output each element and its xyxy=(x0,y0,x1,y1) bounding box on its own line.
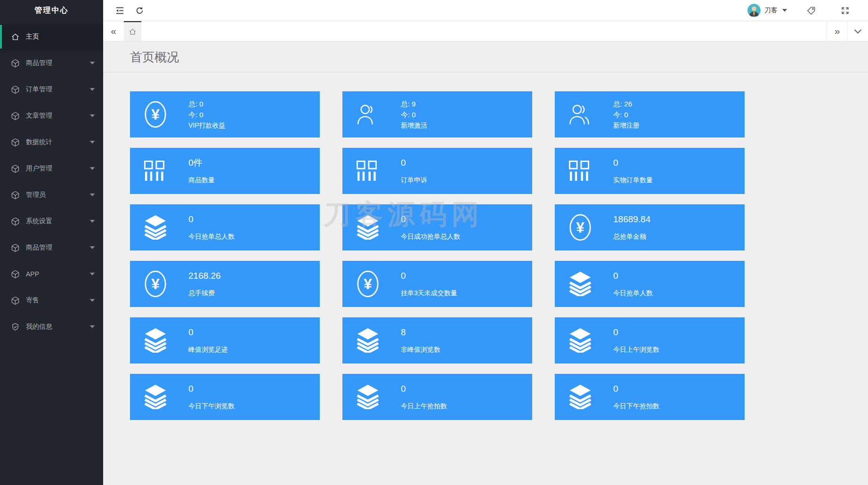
user-icon xyxy=(357,103,377,126)
page-title: 首页概况 xyxy=(130,49,179,65)
stat-label: 今日下午抢拍数 xyxy=(613,402,659,411)
stat-total-line: 总: 0 xyxy=(188,98,226,109)
stat-card: ¥ xyxy=(342,91,532,137)
sidebar-item[interactable]: 主页 xyxy=(0,24,103,50)
stat-value: 0件 xyxy=(188,158,215,168)
tab-bar-right-group: » xyxy=(827,21,868,41)
stat-today-line: 今: 0 xyxy=(401,109,427,120)
stat-value: 0 xyxy=(613,384,659,394)
users-icon xyxy=(569,103,590,126)
stat-total-line: 总: 26 xyxy=(613,98,640,109)
cube-icon xyxy=(11,296,20,305)
layers-icon xyxy=(357,385,379,409)
collapse-sidebar-button[interactable] xyxy=(110,0,130,21)
layers-icon xyxy=(144,215,167,240)
admin-dashboard: 管理中心 主页 xyxy=(0,0,868,485)
sidebar-item[interactable]: 寄售 xyxy=(0,287,103,314)
stat-label: 今日抢单人数 xyxy=(613,289,653,298)
stat-label: 今日上午抢拍数 xyxy=(401,402,447,411)
tabs-scroll-right-button[interactable]: » xyxy=(827,21,847,41)
fullscreen-button[interactable] xyxy=(835,0,855,21)
stat-today-line: 今: 0 xyxy=(613,109,640,120)
refresh-button[interactable] xyxy=(130,0,149,21)
stat-label: 今日下午浏览数 xyxy=(188,402,235,411)
stat-card: ¥ xyxy=(342,204,532,251)
chevron-down-icon xyxy=(782,9,787,12)
chevron-down-icon xyxy=(90,114,95,117)
tabs-scroll-left-button[interactable]: « xyxy=(103,21,124,41)
stat-label: 今日上午浏览数 xyxy=(613,346,659,354)
sidebar-item-label: 数据统计 xyxy=(26,138,90,146)
cube-icon xyxy=(11,112,20,121)
sidebar-item-label: 主页 xyxy=(26,32,90,41)
stat-label: 实物订单数量 xyxy=(613,176,653,185)
sidebar-item-label: APP xyxy=(26,270,90,278)
sidebar-menu: 主页 商品管理 xyxy=(0,24,103,340)
theme-tag-button[interactable] xyxy=(801,0,821,21)
layers-icon xyxy=(569,272,592,296)
stat-label: 峰值浏览足迹 xyxy=(188,346,228,354)
sidebar-item-label: 我的信息 xyxy=(26,323,90,331)
cube-icon xyxy=(11,59,20,68)
stat-card: ¥ xyxy=(342,317,532,364)
sidebar-item-label: 系统设置 xyxy=(26,217,90,226)
sidebar-item[interactable]: 文章管理 xyxy=(0,103,103,129)
tag-icon xyxy=(806,6,816,16)
cube-icon xyxy=(11,270,20,279)
layers-icon xyxy=(357,215,379,240)
stat-value: 0 xyxy=(188,327,228,338)
sidebar-item[interactable]: 商品管理 xyxy=(0,234,103,261)
top-toolbar: 刀客 xyxy=(103,0,868,21)
stat-label: 今日抢单总人数 xyxy=(188,233,235,241)
cube-icon xyxy=(11,217,20,226)
stat-label: VIP打款收益 xyxy=(188,120,226,131)
chevron-down-icon xyxy=(90,273,95,275)
layers-icon xyxy=(569,385,592,409)
chevron-down-icon xyxy=(90,141,95,144)
stat-card: ¥ xyxy=(130,148,320,194)
stat-today-line: 今: 0 xyxy=(188,109,226,120)
sidebar-item[interactable]: 我的信息 xyxy=(0,314,103,340)
refresh-icon xyxy=(135,6,144,15)
tabs-menu-button[interactable] xyxy=(847,21,868,41)
sidebar-item[interactable]: APP xyxy=(0,261,103,287)
menu-fold-icon xyxy=(115,6,125,16)
stat-card: ¥ xyxy=(555,374,745,420)
stat-card: ¥ xyxy=(342,261,532,307)
sidebar-item-label: 寄售 xyxy=(26,296,90,305)
stat-value: 0 xyxy=(613,158,653,168)
stat-label: 挂单3天未成交数量 xyxy=(401,289,457,298)
stat-card: ¥ xyxy=(130,374,320,420)
layers-icon xyxy=(144,385,167,409)
stat-value: 0 xyxy=(188,214,235,225)
svg-text:¥: ¥ xyxy=(151,276,160,292)
stat-value: 0 xyxy=(401,214,460,225)
stat-value: 0 xyxy=(613,271,653,281)
sidebar-item[interactable]: 管理员 xyxy=(0,182,103,208)
user-menu[interactable]: 刀客 xyxy=(747,4,787,17)
stat-value: 0 xyxy=(401,271,457,281)
chevron-down-icon xyxy=(90,299,95,302)
cube-icon xyxy=(11,191,20,200)
sidebar-item[interactable]: 系统设置 xyxy=(0,208,103,234)
grid-icon xyxy=(569,161,590,181)
stat-value: 0 xyxy=(401,158,427,168)
chevron-down-icon xyxy=(90,167,95,170)
stat-label: 今日成功抢单总人数 xyxy=(401,233,460,241)
avatar xyxy=(747,4,761,17)
sidebar-item[interactable]: 数据统计 xyxy=(0,129,103,155)
cube-icon xyxy=(11,85,20,94)
stat-value: 18689.84 xyxy=(613,214,650,225)
stat-label: 新增激活 xyxy=(401,120,427,131)
sidebar-item[interactable]: 用户管理 xyxy=(0,155,103,182)
sidebar-item[interactable]: 商品管理 xyxy=(0,50,103,76)
layers-icon xyxy=(569,328,592,353)
user-name: 刀客 xyxy=(764,6,778,15)
sidebar-item[interactable]: 订单管理 xyxy=(0,76,103,103)
sidebar-item-label: 管理员 xyxy=(26,191,90,199)
tab-home[interactable] xyxy=(124,21,141,41)
cube-icon xyxy=(11,164,20,173)
stat-label: 总抢单金额 xyxy=(613,233,650,241)
stat-card: ¥ xyxy=(342,374,532,420)
svg-text:¥: ¥ xyxy=(151,106,160,123)
